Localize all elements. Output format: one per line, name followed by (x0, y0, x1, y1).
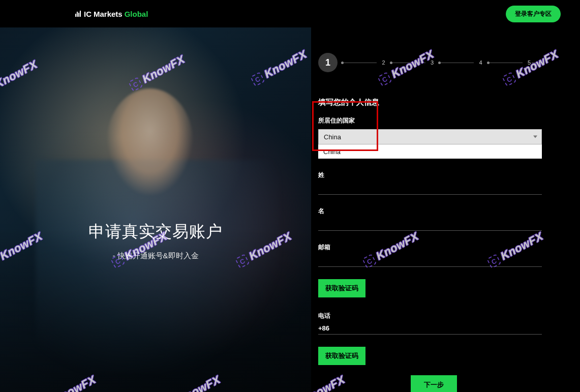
first-name-label: 名 (318, 207, 542, 216)
signup-form: 1 2 3 4 5 填写您的个人信息 所居住的国家 China China 姓 … (318, 53, 542, 379)
form-section-title: 填写您的个人信息 (318, 98, 542, 107)
login-button[interactable]: 登录客户专区 (506, 6, 561, 22)
next-step-button[interactable]: 下一步 (411, 375, 457, 392)
get-phone-code-button[interactable]: 获取验证码 (318, 347, 365, 365)
step-number: 2 (380, 59, 386, 66)
last-name-field: 姓 (318, 171, 542, 195)
email-input[interactable] (318, 256, 542, 267)
country-dropdown-option[interactable]: China (318, 144, 542, 159)
hero-title: 申请真实交易账户 (0, 221, 311, 243)
first-name-field: 名 (318, 207, 542, 231)
hero-text-block: 申请真实交易账户 - 快速开通账号&即时入金 (0, 221, 311, 261)
phone-label: 电话 (318, 312, 542, 320)
hero-photo-shirt (36, 160, 280, 373)
brand-main: Markets (94, 10, 123, 18)
country-field: 所居住的国家 China China (318, 116, 542, 159)
chevron-down-icon (533, 136, 537, 138)
step-current-circle: 1 (318, 53, 338, 72)
step-segment (343, 63, 377, 63)
step-segment (489, 63, 523, 63)
hero-subtitle: - 快速开通账号&即时入金 (0, 251, 311, 261)
email-field: 邮箱 (318, 243, 542, 267)
country-selected-value: China (324, 133, 341, 141)
last-name-input[interactable] (318, 184, 542, 195)
country-label: 所居住的国家 (318, 116, 542, 125)
brand-suffix: Global (125, 10, 148, 18)
last-name-label: 姓 (318, 171, 542, 179)
first-name-input[interactable] (318, 220, 542, 231)
hero-panel: 申请真实交易账户 - 快速开通账号&即时入金 (0, 27, 311, 392)
logo-bars-icon (75, 11, 81, 17)
step-segment (391, 63, 425, 63)
phone-field: 电话 +86 (318, 312, 542, 335)
brand-logo: IC Markets Global (75, 10, 148, 18)
phone-prefix[interactable]: +86 (318, 324, 542, 335)
next-button-wrap: 下一步 (411, 375, 457, 392)
email-label: 邮箱 (318, 243, 542, 252)
get-email-code-button[interactable]: 获取验证码 (318, 279, 365, 297)
step-number: 5 (526, 59, 532, 66)
step-number: 3 (429, 59, 435, 66)
country-select[interactable]: China (318, 129, 542, 144)
progress-stepper: 1 2 3 4 5 (318, 53, 542, 72)
hero-photo-face (107, 88, 193, 195)
step-number: 4 (477, 59, 483, 66)
step-tail (532, 63, 542, 63)
step-current-number: 1 (325, 57, 330, 68)
country-option-text: China (323, 148, 341, 156)
brand-prefix: IC (84, 10, 91, 18)
step-segment (440, 63, 474, 63)
app-header: IC Markets Global 登录客户专区 (0, 0, 580, 27)
